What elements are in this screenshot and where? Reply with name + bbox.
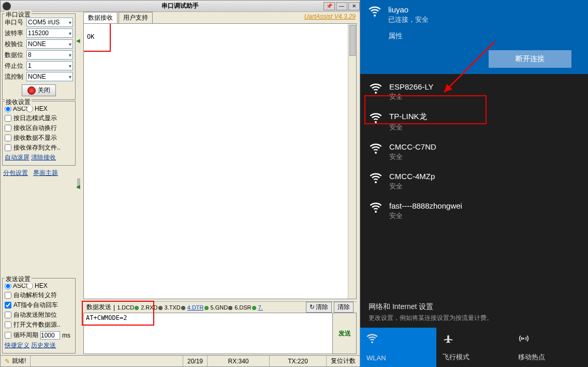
minimize-button[interactable]: — — [336, 2, 347, 10]
network-sub: 安全 — [389, 123, 427, 132]
tile-wlan[interactable]: WLAN — [360, 328, 436, 367]
sig-gnd: 5.GND — [211, 304, 233, 311]
connected-network[interactable]: liuyao 已连接，安全 属性 断开连接 — [360, 0, 588, 74]
wifi-icon — [370, 172, 382, 184]
left-settings-panel: 串口设置 串口号COM5 #US 波特率115200 校验位NONE 数据位8 … — [1, 12, 77, 355]
recv-textarea[interactable]: OK — [83, 23, 357, 299]
quick-tiles: WLAN 飞行模式 移动热点 — [360, 328, 588, 367]
serial-assistant-window: 串口调试助手 📌 — ✕ 串口设置 串口号COM5 #US 波特率115200 … — [0, 0, 360, 367]
clear-send-button[interactable]: 清除 — [306, 302, 332, 313]
network-name: ESP8266-LY — [389, 82, 434, 91]
airplane-icon — [443, 333, 454, 344]
cycle-label: 循环周期 — [13, 331, 38, 340]
close-button[interactable]: ✕ — [348, 2, 360, 10]
tile-airplane[interactable]: 飞行模式 — [436, 328, 512, 367]
wifi-icon — [369, 5, 381, 18]
titlebar: 串口调试助手 📌 — ✕ — [1, 1, 360, 12]
recv-scrollbar[interactable] — [348, 24, 356, 299]
status-tx: TX:220 — [270, 356, 327, 366]
app-icon — [3, 2, 11, 10]
hide-recv-check[interactable]: 接收数据不显示 — [5, 134, 73, 142]
parity-combo[interactable]: NONE — [26, 39, 73, 49]
shortcut-link[interactable]: 快捷定义 — [5, 342, 30, 349]
port-combo[interactable]: COM5 #US — [26, 18, 73, 27]
wifi-icon — [370, 82, 382, 95]
window-title: 串口调试助手 — [161, 2, 199, 10]
flow-label: 流控制 — [5, 72, 24, 81]
version-link[interactable]: UartAssist V4.3.29 — [304, 13, 356, 20]
stop-label: 停止位 — [5, 62, 24, 70]
sig-txd: 3.TXD — [165, 304, 185, 311]
pin-button[interactable]: 📌 — [324, 2, 335, 10]
auto-wrap-check[interactable]: 接收区自动换行 — [5, 124, 73, 133]
vertical-splitter[interactable]: ◀ ◀ — [77, 12, 80, 355]
annotation-rect-send — [82, 301, 154, 326]
properties-link[interactable]: 属性 — [388, 32, 580, 41]
flow-combo[interactable]: NONE — [26, 72, 73, 81]
network-item[interactable]: ESP8266-LY安全 — [360, 77, 588, 107]
stop-combo[interactable]: 1 — [26, 61, 73, 70]
network-sub: 安全 — [389, 211, 462, 221]
auto-scroll-link[interactable]: 自动滚屏 — [5, 154, 30, 161]
cycle-input[interactable] — [40, 331, 60, 340]
parity-label: 校验位 — [5, 40, 24, 49]
send-settings-legend: 发送设置 — [5, 275, 32, 284]
tab-support[interactable]: 用户支持 — [119, 12, 153, 23]
clear-recv-link[interactable]: 清除接收 — [31, 154, 56, 161]
network-item[interactable]: TP-LINK龙安全 — [360, 107, 588, 137]
network-item[interactable]: CMCC-4MZp安全 — [360, 167, 588, 196]
network-name: CMCC-4MZp — [389, 172, 435, 181]
network-sub: 安全 — [389, 182, 435, 191]
pkg-settings-link[interactable]: 分包设置 — [3, 169, 28, 177]
connected-name: liuyao — [388, 5, 429, 14]
network-settings-link[interactable]: 网络和 Internet 设置 更改设置，例如将某连接设置为按流量计费。 — [360, 298, 588, 328]
network-item[interactable]: CMCC-C7ND安全 — [360, 137, 588, 167]
disconnect-button[interactable]: 断开连接 — [489, 50, 571, 68]
data-label: 数据位 — [5, 51, 24, 60]
baud-combo[interactable]: 115200 — [26, 28, 73, 38]
wifi-flyout: liuyao 已连接，安全 属性 断开连接 ESP8266-LY安全 TP-LI… — [360, 0, 588, 367]
at-autocr-check[interactable]: AT指令自动回车 — [5, 301, 73, 310]
recv-settings-legend: 接收设置 — [5, 98, 32, 107]
network-item[interactable]: fast----8888zhongwei安全 — [360, 196, 588, 226]
tile-hotspot[interactable]: 移动热点 — [512, 328, 588, 367]
send-button[interactable]: 发送 — [332, 313, 356, 354]
close-port-button[interactable]: 关闭 — [22, 84, 56, 96]
network-sub: 安全 — [389, 92, 434, 101]
history-link[interactable]: 历史发送 — [31, 342, 56, 349]
sig-dtr[interactable]: 4.DTR — [187, 304, 209, 311]
status-rx: RX:340 — [208, 356, 270, 366]
baud-label: 波特率 — [5, 29, 24, 38]
wifi-icon — [370, 142, 382, 155]
network-name: TP-LINK龙 — [389, 112, 427, 122]
tab-recv[interactable]: 数据接收 — [83, 12, 117, 23]
log-mode-check[interactable]: 按日志模式显示 — [5, 114, 73, 123]
data-combo[interactable]: 8 — [26, 50, 73, 60]
wifi-icon — [366, 333, 378, 344]
network-list: ESP8266-LY安全 TP-LINK龙安全 CMCC-C7ND安全 CMCC… — [360, 74, 588, 298]
annotation-rect-recv — [83, 23, 111, 52]
recv-settings-group: 接收设置 ASCII HEX 按日志模式显示 接收区自动换行 接收数据不显示 接… — [2, 101, 76, 166]
save-file-check[interactable]: 接收保存到文件.. — [5, 143, 73, 152]
wifi-icon — [370, 112, 382, 124]
clear-send-button-2[interactable]: 清除 — [334, 302, 354, 313]
sig-dsr: 6.DSR — [234, 304, 256, 311]
send-settings-group: 发送设置 ASCII HEX 自动解析转义符 AT指令自动回车 自动发送附加位 … — [2, 278, 76, 354]
cycle-check[interactable] — [5, 332, 11, 339]
settings-sub: 更改设置，例如将某连接设置为按流量计费。 — [369, 314, 580, 322]
statusbar: 就绪! 20/19 RX:340 TX:220 复位计数 — [1, 355, 360, 366]
sig-7[interactable]: 7. — [258, 304, 263, 311]
port-settings-group: 串口设置 串口号COM5 #US 波特率115200 校验位NONE 数据位8 … — [2, 13, 76, 100]
hotspot-icon — [518, 333, 530, 344]
append-bits-check[interactable]: 自动发送附加位 — [5, 311, 73, 319]
port-label: 串口号 — [5, 18, 24, 27]
network-name: CMCC-C7ND — [389, 142, 436, 151]
reset-count-button[interactable]: 复位计数 — [327, 357, 360, 365]
status-ready: 就绪! — [1, 356, 31, 366]
settings-heading: 网络和 Internet 设置 — [369, 302, 580, 312]
open-file-check[interactable]: 打开文件数据源.. — [5, 320, 73, 329]
theme-link[interactable]: 界面主题 — [33, 169, 58, 177]
wifi-icon — [370, 201, 382, 214]
cycle-unit: ms — [62, 332, 70, 339]
parse-escape-check[interactable]: 自动解析转义符 — [5, 291, 73, 300]
